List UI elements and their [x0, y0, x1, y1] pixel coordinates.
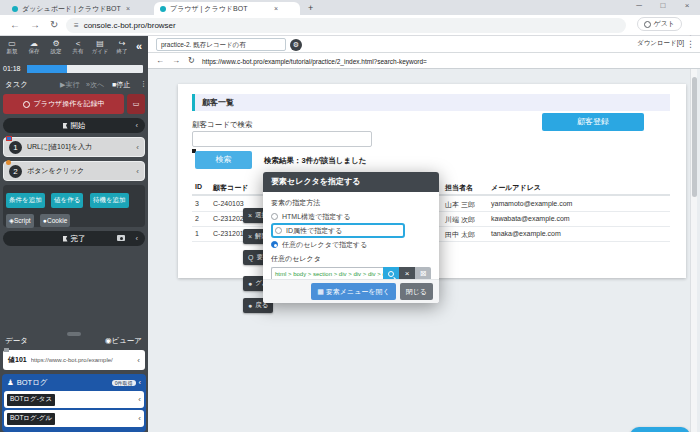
pawn-icon: ♟	[7, 378, 14, 387]
chevron-left-icon[interactable]: ‹	[136, 234, 139, 243]
chevron-left-icon[interactable]: ‹	[138, 395, 141, 404]
exit-button[interactable]: ↪終了	[112, 39, 132, 55]
recording-panel-button[interactable]: ▭	[127, 94, 145, 114]
add-condition-button[interactable]: 条件を追加	[6, 193, 45, 208]
botlog-item-task[interactable]: BOTログ-タス ‹	[4, 391, 144, 408]
forward-icon[interactable]: →	[30, 19, 40, 30]
app-window: ダッシュボード | クラウドBOT × ブラウザ | クラウドBOT × + ─…	[0, 0, 700, 432]
botlog-item-group[interactable]: BOTログ-グル ‹	[4, 410, 144, 427]
search-field-label: 顧客コードで検索	[192, 120, 253, 130]
step-number: 2	[9, 165, 22, 178]
chevron-left-icon[interactable]: ‹	[136, 143, 139, 152]
site-settings-icon[interactable]: ≡	[74, 21, 79, 30]
browser-tab-browser[interactable]: ブラウザ | クラウドBOT ×	[154, 2, 300, 15]
panel-resize-handle[interactable]	[67, 332, 81, 336]
botlog-badge: 0件取得	[112, 380, 136, 386]
tab-close-icon[interactable]: ×	[274, 5, 278, 12]
vertical-scrollbar[interactable]	[690, 69, 697, 432]
flag-icon	[63, 236, 68, 242]
step-item-1[interactable]: 1 URLに[値101]を入力 ‹	[3, 137, 145, 157]
share-button[interactable]: <共有	[68, 39, 88, 55]
open-element-menu-button[interactable]: ▦ 要素メニューを開く	[311, 283, 395, 300]
window-minimize-button[interactable]: ─	[630, 1, 648, 10]
address-bar[interactable]: ≡ console.c-bot.pro/browser	[66, 18, 626, 33]
bot-sidebar: ▭新規 ☁保存 ⚙設定 <共有 ▤ガイド ↪終了 « 01:18 タスク ▶実行…	[0, 36, 148, 432]
back-icon[interactable]: ←	[10, 19, 20, 30]
close-button[interactable]: 閉じる	[400, 283, 433, 300]
cookie-button[interactable]: ●Cookie	[40, 214, 70, 227]
recording-button[interactable]: ブラウザ操作を記録中	[3, 94, 124, 114]
session-progress-fill	[27, 65, 67, 73]
new-bot-button[interactable]: ▭新規	[2, 39, 22, 55]
stage-start-bar[interactable]: 開始 ‹	[3, 118, 145, 133]
option-custom-selector[interactable]: 任意のセレクタで指定する	[271, 239, 431, 250]
step-actions-panel: 条件を追加 値を作る 待機を追加 ◈Script ●Cookie	[3, 185, 145, 227]
tab-title: ダッシュボード | クラウドBOT	[22, 4, 122, 14]
camera-icon[interactable]	[117, 234, 125, 243]
window-close-button[interactable]: ×	[678, 1, 696, 10]
add-wait-button[interactable]: 待機を追加	[90, 193, 129, 208]
new-tab-button[interactable]: +	[308, 3, 313, 13]
save-button[interactable]: ☁保存	[24, 39, 44, 55]
help-button[interactable]: ? ヘルプ	[630, 427, 690, 432]
reload-icon[interactable]: ↻	[50, 19, 58, 30]
chevron-left-icon[interactable]: ‹	[137, 356, 140, 365]
forward-icon[interactable]: →	[172, 56, 180, 65]
script-button[interactable]: ◈Script	[6, 214, 34, 228]
search-button[interactable]: 検索	[195, 151, 252, 169]
window-maximize-button[interactable]: □	[654, 1, 672, 10]
stage-start-label: 開始	[71, 121, 86, 131]
botlog-group: ♟ BOTログ 0件取得 ‹ BOTログ-タス ‹ BOTログ-グル ‹	[2, 374, 146, 432]
exit-icon: ↪	[112, 39, 132, 48]
option-highlight-box: ID属性で指定する	[271, 223, 405, 238]
scrollbar-thumb[interactable]	[692, 77, 697, 197]
radio-icon[interactable]	[275, 227, 282, 234]
bot-browser-url[interactable]: https://www.c-bot.pro/example/tutorial/p…	[202, 58, 427, 65]
x-icon: ×	[248, 212, 252, 219]
collapse-sidebar-icon[interactable]: «	[136, 40, 142, 52]
chevron-left-icon[interactable]: ‹	[136, 121, 139, 130]
dot-icon: ●	[248, 302, 252, 309]
bot-browser-menu-icon[interactable]: ⋮	[686, 39, 695, 49]
make-value-button[interactable]: 値を作る	[51, 193, 83, 208]
chevron-left-icon[interactable]: ‹	[138, 414, 141, 423]
downloads-label[interactable]: ダウンロード[0]	[637, 39, 684, 48]
chevron-left-icon[interactable]: ‹	[139, 378, 142, 387]
guide-button[interactable]: ▤ガイド	[90, 39, 110, 55]
page-title: 顧客一覧	[192, 94, 670, 111]
stage-done-bar[interactable]: 完了 ‹	[3, 231, 145, 246]
tab-gear-icon[interactable]: ⚙	[290, 39, 302, 51]
search-icon: Q	[248, 254, 253, 261]
browser-tab-dashboard[interactable]: ダッシュボード | クラウドBOT ×	[6, 2, 152, 15]
col-code: 顧客コード	[213, 183, 248, 193]
radio-selected-icon[interactable]	[271, 241, 278, 248]
data-item-value101[interactable]: 値101 https://www.c-bot.pro/example/ ‹	[3, 350, 145, 370]
book-icon: ▤	[90, 39, 110, 48]
botlog-item-label: BOTログ-タス	[7, 394, 55, 406]
register-customer-button[interactable]: 顧客登録	[542, 113, 644, 131]
chevron-left-icon[interactable]: ‹	[136, 167, 139, 176]
tab-close-icon[interactable]: ×	[126, 5, 130, 12]
dot-icon: ●	[248, 280, 252, 287]
viewer-button[interactable]: ◉ビューア	[105, 336, 142, 346]
step-item-2[interactable]: 2 ボタンをクリック ‹	[3, 161, 145, 181]
customer-code-input[interactable]	[192, 131, 372, 147]
stop-button[interactable]: ■停止	[112, 80, 130, 90]
option-id-attribute[interactable]: ID属性で指定する	[275, 225, 401, 236]
run-button[interactable]: ▶実行	[60, 80, 79, 90]
task-menu-icon[interactable]: ⋮	[140, 80, 147, 88]
bot-browser-tabbar: practice-2. 既存レコードの有 ⚙ ダウンロード[0] ⋮	[148, 36, 700, 53]
settings-button[interactable]: ⚙設定	[46, 39, 66, 55]
bot-browser-tab[interactable]: practice-2. 既存レコードの有	[156, 38, 286, 51]
back-icon[interactable]: ←	[156, 56, 164, 65]
radio-icon[interactable]	[271, 213, 278, 220]
next-button[interactable]: »次へ	[86, 80, 104, 90]
guest-profile-button[interactable]: ゲスト	[637, 17, 683, 31]
step-label: ボタンをクリック	[27, 166, 131, 176]
option-html-structure[interactable]: HTML構造で指定する	[271, 211, 431, 222]
x-icon: ×	[248, 233, 252, 240]
reload-icon[interactable]: ↻	[188, 56, 195, 65]
browser-toolbar: ← → ↻ ≡ console.c-bot.pro/browser ゲスト ⋮	[0, 15, 700, 36]
method-label: 要素の指定方法	[271, 198, 431, 208]
botlog-header[interactable]: ♟ BOTログ 0件取得 ‹	[4, 376, 144, 389]
